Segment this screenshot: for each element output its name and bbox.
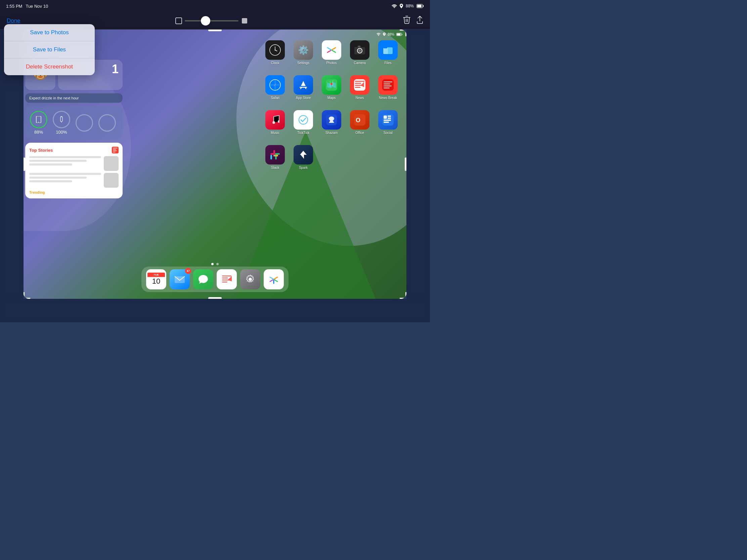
camera-svg <box>354 46 365 54</box>
news-thumbnail-2 <box>104 173 119 188</box>
save-to-files-button[interactable]: Save to Files <box>4 41 95 58</box>
settings-icon-img: ⚙️ <box>293 40 313 60</box>
dock: TUE 10 37 <box>141 267 288 292</box>
done-button[interactable]: Done <box>7 18 21 24</box>
newsbreak-icon-img <box>378 75 398 95</box>
brightness-slider[interactable] <box>185 20 238 22</box>
app-social[interactable]: Social <box>376 110 400 140</box>
battery-circle-2 <box>53 111 70 128</box>
newsbreak-label: News Break <box>379 96 397 100</box>
svg-rect-11 <box>112 147 119 154</box>
app-slack[interactable]: Slack <box>263 145 287 169</box>
bg-blur-right <box>406 30 430 299</box>
svg-rect-48 <box>271 155 272 159</box>
battery-item-4 <box>98 114 116 132</box>
wifi-icon <box>392 4 397 8</box>
news-icon-img <box>350 75 369 95</box>
inner-status-right: 88% <box>376 32 403 36</box>
svg-rect-2 <box>417 5 421 7</box>
app-shazam[interactable]: Shazam <box>320 110 343 140</box>
edge-handle-left[interactable] <box>24 157 25 171</box>
battery-pct-2: 100% <box>56 130 67 135</box>
app-files[interactable]: Files <box>376 40 400 71</box>
files-label: Files <box>384 61 391 65</box>
app-settings[interactable]: ⚙️ Settings <box>291 40 315 71</box>
dock-calendar[interactable]: TUE 10 <box>146 269 166 289</box>
news-thumbnail-1 <box>104 156 119 171</box>
dock-news[interactable] <box>217 269 237 289</box>
edge-handle-bottom[interactable] <box>208 297 222 299</box>
bg-blur-bottom <box>0 299 430 322</box>
svg-point-18 <box>358 49 361 52</box>
edge-handle-right[interactable] <box>405 157 406 171</box>
toolbar-center <box>175 18 248 24</box>
app-safari[interactable]: Safari <box>263 75 287 105</box>
edge-handle-top[interactable] <box>208 30 222 31</box>
dock-settings[interactable] <box>240 269 260 289</box>
social-svg <box>382 114 394 126</box>
share-button[interactable] <box>416 16 423 26</box>
app-newsbreak[interactable]: News Break <box>376 75 400 105</box>
app-ticktick[interactable]: TickTick <box>291 110 315 140</box>
battery-circle-4 <box>98 114 116 132</box>
pencil-icon <box>60 116 63 123</box>
app-music[interactable]: Music <box>263 110 287 140</box>
dock-mail[interactable]: 37 <box>170 269 190 289</box>
dock-messages[interactable] <box>193 269 213 289</box>
trash-button[interactable] <box>403 16 410 26</box>
spark-icon-img <box>293 145 313 164</box>
app-clock[interactable]: Clock <box>263 40 287 71</box>
appstore-icon-img <box>293 75 313 95</box>
appstore-svg <box>298 80 308 90</box>
corner-handle-br[interactable] <box>400 292 406 299</box>
svg-point-5 <box>378 35 379 36</box>
safari-label: Safari <box>271 96 280 100</box>
app-office[interactable]: O Office <box>348 110 371 140</box>
svg-rect-43 <box>384 122 389 123</box>
app-photos[interactable]: Photos <box>320 40 343 71</box>
news-story-2 <box>29 173 119 188</box>
app-camera[interactable]: Camera <box>348 40 371 71</box>
camera-icon-img <box>350 40 369 60</box>
app-appstore[interactable]: App Store <box>291 75 315 105</box>
corner-handle-bl[interactable] <box>24 292 30 299</box>
social-label: Social <box>383 131 392 135</box>
ticktick-icon-img <box>293 110 313 130</box>
dock-news-icon <box>221 274 232 285</box>
small-rect-left-icon <box>175 18 182 24</box>
svg-text:O: O <box>356 117 360 124</box>
slider-thumb[interactable] <box>201 16 210 26</box>
save-to-photos-button[interactable]: Save to Photos <box>4 24 95 41</box>
battery-item-2: 100% <box>53 111 70 135</box>
maps-label: Maps <box>328 96 336 100</box>
corner-handle-tr[interactable] <box>400 30 406 36</box>
svg-rect-39 <box>384 115 387 119</box>
page-dot-2[interactable] <box>216 263 218 265</box>
svg-rect-22 <box>383 47 387 48</box>
clock-icon-img <box>265 40 285 60</box>
news-header: Top Stories <box>29 147 119 154</box>
delete-screenshot-button[interactable]: Delete Screenshot <box>4 58 95 75</box>
inner-battery-pct: 88% <box>388 32 394 36</box>
page-dot-1[interactable] <box>211 263 214 265</box>
messages-icon <box>198 274 209 284</box>
app-news[interactable]: News <box>348 75 371 105</box>
spark-label: Spark <box>299 166 308 169</box>
weather-text: Expect drizzle in the next hour <box>29 96 79 100</box>
office-svg: O <box>354 114 365 126</box>
news-widget[interactable]: Top Stories <box>25 143 123 198</box>
ipad-icon <box>36 116 41 123</box>
photos-label: Photos <box>326 61 337 65</box>
svg-rect-42 <box>384 119 391 121</box>
action-sheet: Save to Photos Save to Files Delete Scre… <box>4 24 95 75</box>
date-display: Tue Nov 10 <box>26 4 48 9</box>
dock-photos[interactable] <box>264 269 284 289</box>
camera-label: Camera <box>354 61 366 65</box>
app-spark[interactable]: Spark <box>291 145 315 169</box>
spark-svg <box>299 150 308 159</box>
maps-icon-img <box>322 75 341 95</box>
page-dots <box>211 263 218 265</box>
app-maps[interactable]: Maps <box>320 75 343 105</box>
battery-pct-1: 88% <box>34 130 43 135</box>
app-grid: Clock ⚙️ Settings <box>263 40 400 169</box>
